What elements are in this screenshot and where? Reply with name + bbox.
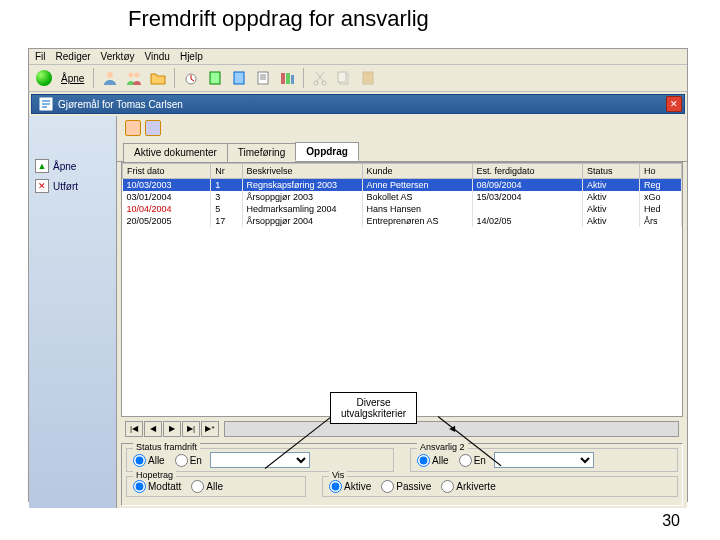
svg-rect-5: [234, 72, 244, 84]
table-cell: Reg: [639, 179, 681, 192]
menu-window[interactable]: Vindu: [145, 51, 170, 62]
ansvarlig2-combo[interactable]: [494, 452, 594, 468]
filter-status-label: Status framdrift: [133, 442, 200, 452]
nav-new[interactable]: ▶*: [201, 421, 219, 437]
timer-icon[interactable]: [180, 67, 202, 89]
table-cell: 3: [211, 191, 242, 203]
window-icon: [38, 96, 54, 112]
table-cell: Års: [639, 215, 681, 227]
paste-icon[interactable]: [357, 67, 379, 89]
doc-icon[interactable]: [252, 67, 274, 89]
copy-icon[interactable]: [333, 67, 355, 89]
green-doc-icon[interactable]: [204, 67, 226, 89]
col-estdate[interactable]: Est. ferdigdato: [472, 164, 582, 179]
svg-rect-4: [210, 72, 220, 84]
mini-tool-2[interactable]: [145, 120, 161, 136]
done-icon: ✕: [35, 179, 49, 193]
separator: [174, 68, 175, 88]
table-cell: 20/05/2005: [123, 215, 211, 227]
tab-time[interactable]: Timeføring: [227, 143, 296, 162]
close-button[interactable]: ✕: [666, 96, 682, 112]
users-icon[interactable]: [123, 67, 145, 89]
col-desc[interactable]: Beskrivelse: [242, 164, 362, 179]
table-cell: Hedmarksamling 2004: [242, 203, 362, 215]
svg-rect-8: [286, 73, 290, 84]
table-cell: Bokollet AS: [362, 191, 472, 203]
main-panel: Aktive dokumenter Timeføring Oppdrag Fri…: [117, 116, 687, 508]
table-cell: Entreprenøren AS: [362, 215, 472, 227]
child-window-titlebar: Gjøremål for Tomas Carlsen ✕: [31, 94, 685, 114]
svg-rect-9: [291, 75, 294, 84]
table-row[interactable]: 10/04/20045Hedmarksamling 2004Hans Hanse…: [123, 203, 682, 215]
sidebar-item-label: Åpne: [53, 161, 76, 172]
vis-passive-radio[interactable]: Passive: [381, 480, 431, 493]
table-row[interactable]: 10/03/20031Regnskapsføring 2003Anne Pett…: [123, 179, 682, 192]
table-cell: Hed: [639, 203, 681, 215]
books-icon[interactable]: [276, 67, 298, 89]
col-status[interactable]: Status: [583, 164, 640, 179]
nav-scroll[interactable]: ◀: [224, 421, 679, 437]
table-cell: Årsoppgjør 2003: [242, 191, 362, 203]
table-cell: 10/04/2004: [123, 203, 211, 215]
sidebar-item-done[interactable]: ✕ Utført: [29, 176, 116, 196]
menu-tools[interactable]: Verktøy: [101, 51, 135, 62]
cut-icon[interactable]: [309, 67, 331, 89]
menu-file[interactable]: Fil: [35, 51, 46, 62]
table-cell: Regnskapsføring 2003: [242, 179, 362, 192]
filter-hopetrag-group: Hopetrag Modtatt Alle: [126, 476, 306, 497]
vis-arkiverte-radio[interactable]: Arkiverte: [441, 480, 495, 493]
page-number: 30: [662, 512, 680, 530]
nav-prev[interactable]: ◀: [144, 421, 162, 437]
col-customer[interactable]: Kunde: [362, 164, 472, 179]
status-one-radio[interactable]: En: [175, 454, 202, 467]
nav-first[interactable]: |◀: [125, 421, 143, 437]
table-cell: Anne Pettersen: [362, 179, 472, 192]
ansvarlig2-one-radio[interactable]: En: [459, 454, 486, 467]
folder-open-icon[interactable]: [147, 67, 169, 89]
hopetrag-modtatt-radio[interactable]: Modtatt: [133, 480, 181, 493]
table-cell: 03/01/2004: [123, 191, 211, 203]
sidebar-item-label: Utført: [53, 181, 78, 192]
mini-toolbar: [117, 116, 687, 140]
nav-last[interactable]: ▶|: [182, 421, 200, 437]
status-combo[interactable]: [210, 452, 310, 468]
table-cell: [472, 203, 582, 215]
filter-ansvarlig2-group: Ansvarlig 2 Alle En: [410, 448, 678, 472]
mini-tool-1[interactable]: [125, 120, 141, 136]
tab-strip: Aktive dokumenter Timeføring Oppdrag: [117, 142, 687, 162]
table-row[interactable]: 03/01/20043Årsoppgjør 2003Bokollet AS15/…: [123, 191, 682, 203]
ansvarlig2-all-radio[interactable]: Alle: [417, 454, 449, 467]
sidebar-item-open[interactable]: ▲ Åpne: [29, 156, 116, 176]
tab-assignments[interactable]: Oppdrag: [295, 142, 359, 161]
nav-next[interactable]: ▶: [163, 421, 181, 437]
toolbar-open-label[interactable]: Åpne: [61, 73, 84, 84]
table-cell: 15/03/2004: [472, 191, 582, 203]
callout-box: Diverse utvalgskriterier: [330, 392, 417, 424]
child-window-body: ▲ Åpne ✕ Utført Aktive dokumenter Timefø…: [29, 116, 687, 508]
filter-ansvarlig2-label: Ansvarlig 2: [417, 442, 468, 452]
col-nr[interactable]: Nr: [211, 164, 242, 179]
filter-status-group: Status framdrift Alle En: [126, 448, 394, 472]
status-all-radio[interactable]: Alle: [133, 454, 165, 467]
menu-edit[interactable]: Rediger: [56, 51, 91, 62]
table-cell: 5: [211, 203, 242, 215]
data-grid[interactable]: Frist dato Nr Beskrivelse Kunde Est. fer…: [121, 162, 683, 417]
user-icon[interactable]: [99, 67, 121, 89]
filter-vis-group: Vis Aktive Passive Arkiverte: [322, 476, 678, 497]
toolbar-open-button[interactable]: [33, 67, 55, 89]
col-ho[interactable]: Ho: [639, 164, 681, 179]
table-cell: Årsoppgjør 2004: [242, 215, 362, 227]
slide-title: Fremdrift oppdrag for ansvarlig: [128, 6, 429, 32]
separator: [93, 68, 94, 88]
separator: [303, 68, 304, 88]
table-row[interactable]: 20/05/200517Årsoppgjør 2004Entreprenøren…: [123, 215, 682, 227]
blue-doc-icon[interactable]: [228, 67, 250, 89]
table-cell: Aktiv: [583, 215, 640, 227]
hopetrag-alle-radio[interactable]: Alle: [191, 480, 223, 493]
vis-aktive-radio[interactable]: Aktive: [329, 480, 371, 493]
col-deadline[interactable]: Frist dato: [123, 164, 211, 179]
menu-help[interactable]: Hjelp: [180, 51, 203, 62]
tab-active-docs[interactable]: Aktive dokumenter: [123, 143, 228, 162]
main-toolbar: Åpne: [29, 65, 687, 92]
svg-point-2: [135, 73, 140, 78]
